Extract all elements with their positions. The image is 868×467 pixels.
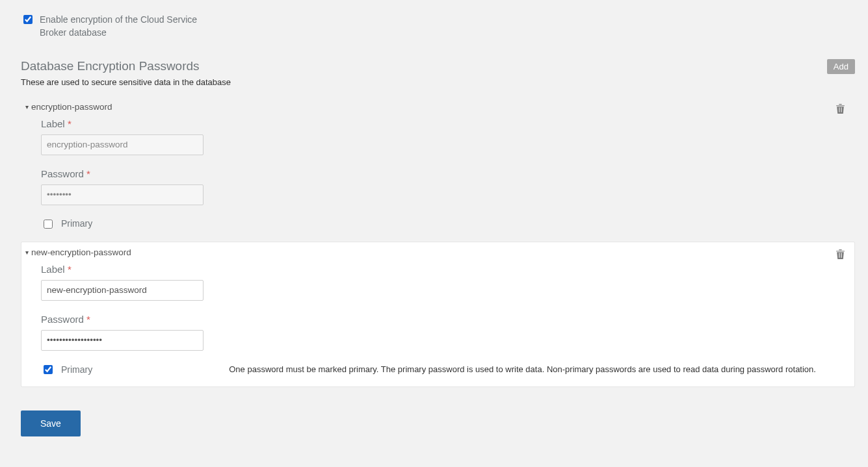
enable-encryption-label: Enable encryption of the Cloud Service B… (40, 13, 202, 40)
primary-checkbox[interactable] (44, 365, 53, 374)
svg-rect-1 (841, 107, 842, 112)
caret-down-icon: ▾ (25, 103, 29, 110)
label-field-label: Label * (41, 118, 849, 129)
primary-note: One password must be marked primary. The… (229, 364, 849, 375)
trash-icon (835, 103, 845, 114)
label-input[interactable] (41, 134, 204, 155)
enable-encryption-row: Enable encryption of the Cloud Service B… (21, 13, 855, 40)
password-field-label: Password * (41, 168, 849, 179)
save-button[interactable]: Save (21, 410, 81, 436)
delete-entry-button[interactable] (835, 249, 845, 262)
primary-label: Primary (61, 218, 92, 229)
trash-icon (835, 249, 845, 260)
label-field-label: Label * (41, 264, 849, 275)
password-input[interactable] (41, 184, 204, 205)
svg-rect-0 (839, 107, 839, 112)
entry-name: new-encryption-password (31, 247, 131, 257)
primary-label: Primary (61, 364, 92, 375)
label-input[interactable] (41, 280, 204, 301)
entry-header[interactable]: ▾ encryption-password (21, 102, 854, 112)
caret-down-icon: ▾ (25, 249, 29, 256)
entry-header[interactable]: ▾ new-encryption-password (21, 247, 854, 257)
password-input[interactable] (41, 330, 204, 351)
password-entry: ▾ new-encryption-password Label * Passwo… (21, 242, 855, 387)
svg-rect-3 (841, 253, 842, 257)
password-entry: ▾ encryption-password Label * Password *… (21, 96, 855, 242)
enable-encryption-checkbox[interactable] (23, 15, 33, 24)
add-button[interactable]: Add (827, 59, 855, 74)
svg-rect-2 (839, 253, 839, 257)
password-field-label: Password * (41, 314, 849, 325)
primary-checkbox[interactable] (44, 220, 53, 229)
section-subtitle: These are used to secure sensitive data … (21, 77, 231, 87)
section-header: Database Encryption Passwords These are … (21, 59, 855, 96)
delete-entry-button[interactable] (835, 103, 845, 116)
section-title: Database Encryption Passwords (21, 59, 231, 73)
entry-name: encryption-password (31, 102, 112, 112)
